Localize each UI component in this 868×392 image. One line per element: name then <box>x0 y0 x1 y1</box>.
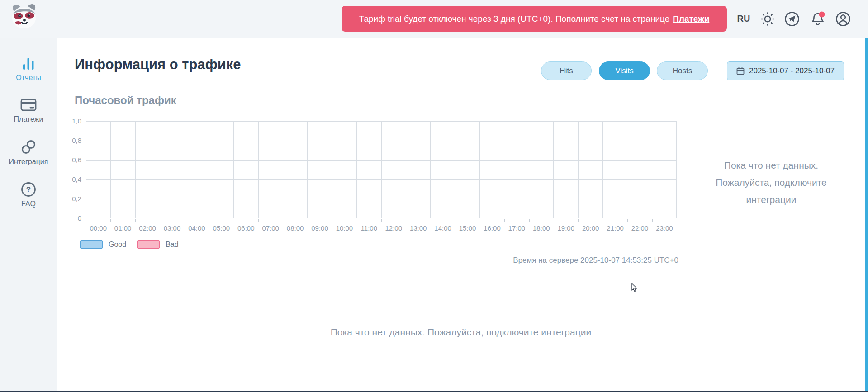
svg-text:?: ? <box>26 185 31 194</box>
top-header: Тариф trial будет отключен через 3 дня (… <box>0 0 868 38</box>
banner-payments-link[interactable]: Платежи <box>673 14 709 24</box>
calendar-icon <box>736 67 745 75</box>
theme-sun-icon[interactable] <box>759 11 776 27</box>
sidebar-item-faq[interactable]: ? FAQ <box>0 181 57 208</box>
profile-icon[interactable] <box>835 11 851 27</box>
chart-x-axis-ticks <box>86 219 677 222</box>
date-range-value: 2025-10-07 - 2025-10-07 <box>749 66 835 76</box>
legend-item-bad: Bad <box>137 240 178 249</box>
trial-warning-banner: Тариф trial будет отключен через 3 дня (… <box>342 6 727 32</box>
server-time: Время на сервере 2025-10-07 14:53:25 UTC… <box>452 256 678 265</box>
mouse-cursor <box>631 283 638 293</box>
chart-plot-area <box>86 121 677 218</box>
visits-button[interactable]: Visits <box>599 61 650 80</box>
raccoon-logo[interactable] <box>9 2 39 30</box>
hosts-button[interactable]: Hosts <box>657 61 708 80</box>
chart-legend: Good Bad <box>80 240 179 249</box>
sidebar-label-integration: Интеграция <box>0 158 57 166</box>
language-switcher[interactable]: RU <box>734 14 754 24</box>
notification-dot <box>819 12 825 18</box>
chart-no-data-message: Пока что нет данных. Пожалуйста, подключ… <box>689 157 854 208</box>
sidebar-label-faq: FAQ <box>0 200 57 208</box>
legend-swatch-good <box>80 240 103 249</box>
chart-y-axis-labels: 1,00,80,60,40,20 <box>58 121 81 218</box>
legend-swatch-bad <box>137 240 160 249</box>
sidebar-item-reports[interactable]: Отчеты <box>0 55 57 82</box>
sidebar-item-payments[interactable]: Платежи <box>0 97 57 123</box>
telegram-icon[interactable] <box>784 11 800 27</box>
credit-card-icon <box>20 97 37 113</box>
sidebar-label-reports: Отчеты <box>0 74 57 82</box>
bar-chart-icon <box>21 55 36 71</box>
sidebar-label-payments: Платежи <box>0 115 57 123</box>
link-icon <box>20 138 37 156</box>
page-title: Информация о трафике <box>75 57 241 73</box>
legend-label-good: Good <box>109 241 126 249</box>
legend-label-bad: Bad <box>166 241 178 249</box>
chart-section-title: Почасовой трафик <box>75 94 176 107</box>
banner-text: Тариф trial будет отключен через 3 дня (… <box>359 14 670 24</box>
chart-x-axis-labels: 00:0001:0002:0003:0004:0005:0006:0007:00… <box>86 224 677 232</box>
vertical-scrollbar[interactable] <box>865 38 868 392</box>
question-icon: ? <box>20 181 37 198</box>
date-range-picker[interactable]: 2025-10-07 - 2025-10-07 <box>727 61 844 80</box>
table-no-data-message: Пока что нет данных. Пожалуйста, подключ… <box>57 327 865 338</box>
legend-item-good: Good <box>80 240 126 249</box>
sidebar-item-integration[interactable]: Интеграция <box>0 138 57 166</box>
notifications-bell-icon[interactable] <box>810 11 826 27</box>
hits-button[interactable]: Hits <box>541 61 592 80</box>
